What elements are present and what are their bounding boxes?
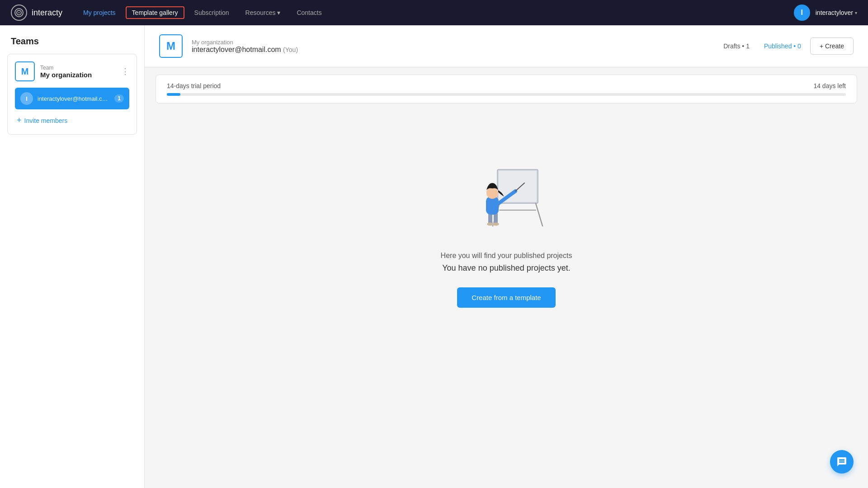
- member-email: interactylover@hotmail.com...: [38, 95, 110, 102]
- nav-contacts[interactable]: Contacts: [290, 6, 328, 19]
- you-label: (You): [283, 46, 298, 53]
- trial-days-left: 14 days left: [813, 82, 846, 89]
- create-from-template-button[interactable]: Create from a template: [457, 287, 555, 308]
- svg-point-11: [487, 223, 493, 226]
- trial-section: 14-days trial period 14 days left: [156, 75, 857, 103]
- team-menu-icon[interactable]: ⋮: [121, 66, 129, 76]
- brand-name: interacty: [32, 8, 62, 18]
- create-button[interactable]: + Create: [810, 38, 854, 55]
- published-link[interactable]: Published • 0: [764, 42, 801, 50]
- team-avatar: M: [15, 61, 35, 81]
- nav-subscription[interactable]: Subscription: [188, 6, 236, 19]
- trial-label: 14-days trial period: [167, 82, 221, 89]
- chevron-down-icon: ▾: [855, 10, 857, 15]
- main-content: M My organization interactylover@hotmail…: [145, 25, 868, 488]
- invite-members-button[interactable]: + Invite members: [15, 114, 69, 127]
- logo-icon: [11, 5, 27, 21]
- sidebar: Teams M Team My organization ⋮ I interac…: [0, 25, 145, 488]
- org-header: M My organization interactylover@hotmail…: [145, 25, 868, 67]
- drafts-stat: Drafts • 1: [723, 42, 750, 50]
- nav-links: My projects Template gallery Subscriptio…: [77, 6, 794, 19]
- team-name: My organization: [40, 71, 116, 79]
- nav-my-projects[interactable]: My projects: [77, 6, 122, 19]
- org-avatar: M: [159, 34, 183, 58]
- illustration: [457, 138, 556, 237]
- user-avatar: I: [794, 5, 810, 21]
- brand-logo: interacty: [11, 5, 62, 21]
- invite-label: Invite members: [24, 117, 68, 124]
- empty-title: Here you will find your published projec…: [441, 252, 572, 260]
- empty-subtitle: You have no published projects yet.: [442, 263, 571, 273]
- org-email: interactylover@hotmail.com (You): [192, 46, 714, 54]
- plus-icon: +: [17, 116, 22, 125]
- org-stats: Drafts • 1 Published • 0: [723, 42, 801, 50]
- svg-point-2: [19, 12, 20, 14]
- main-layout: Teams M Team My organization ⋮ I interac…: [0, 25, 868, 488]
- team-header: M Team My organization ⋮: [15, 61, 129, 81]
- svg-rect-13: [486, 197, 499, 215]
- trial-header: 14-days trial period 14 days left: [167, 82, 846, 89]
- chat-fab-button[interactable]: [830, 450, 854, 474]
- team-label: Team: [40, 65, 116, 71]
- trial-progress-fill: [167, 93, 180, 96]
- svg-point-14: [486, 187, 498, 199]
- empty-state-area: Here you will find your published projec…: [145, 111, 868, 326]
- org-info: My organization interactylover@hotmail.c…: [192, 39, 714, 54]
- member-avatar: I: [20, 92, 33, 105]
- navbar: interacty My projects Template gallery S…: [0, 0, 868, 25]
- nav-resources[interactable]: Resources ▾: [239, 6, 287, 19]
- nav-template-gallery[interactable]: Template gallery: [126, 6, 184, 19]
- org-name: My organization: [192, 39, 714, 46]
- user-name-btn[interactable]: interactylover ▾: [816, 9, 857, 16]
- team-info: Team My organization: [40, 65, 116, 79]
- svg-line-6: [536, 203, 542, 226]
- member-count: 1: [114, 94, 124, 103]
- nav-user-area: I interactylover ▾: [794, 5, 857, 21]
- published-stat: Published • 0: [764, 42, 801, 50]
- trial-progress-bar: [167, 93, 846, 96]
- svg-point-12: [493, 223, 499, 226]
- sidebar-title: Teams: [7, 36, 137, 47]
- member-item[interactable]: I interactylover@hotmail.com... 1: [15, 88, 129, 109]
- team-card: M Team My organization ⋮ I interactylove…: [7, 54, 137, 135]
